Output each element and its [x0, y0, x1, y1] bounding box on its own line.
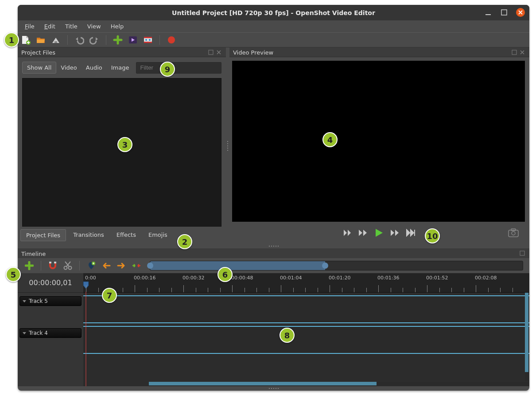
prev-marker-button[interactable] [101, 260, 112, 271]
menu-file[interactable]: File [20, 21, 39, 31]
annotation-badge: 10 [425, 228, 440, 243]
timeline-panel: Timeline [18, 248, 529, 391]
profile-button[interactable] [128, 35, 138, 45]
menu-view[interactable]: View [83, 21, 105, 31]
horizontal-splitter[interactable] [18, 386, 529, 391]
zoom-slider[interactable] [150, 261, 523, 271]
ruler-label: 0:00 [85, 275, 96, 281]
vertical-splitter[interactable] [226, 47, 229, 244]
timeline-vscrollbar[interactable] [525, 293, 528, 381]
filter-show-all[interactable]: Show All [22, 62, 56, 74]
svg-rect-11 [209, 50, 213, 55]
menu-title[interactable]: Title [61, 21, 82, 31]
tab-emojis[interactable]: Emojis [143, 229, 173, 241]
timeline-tracks[interactable]: 0:0000:00:1600:00:3200:00:4800:01:0400:0… [83, 273, 529, 386]
minimize-button[interactable] [484, 8, 492, 16]
svg-rect-16 [520, 251, 524, 255]
maximize-button[interactable] [500, 8, 508, 16]
export-video-button[interactable] [143, 35, 153, 45]
svg-rect-17 [49, 262, 51, 263]
menu-help[interactable]: Help [106, 21, 128, 31]
new-project-button[interactable] [20, 35, 31, 45]
svg-point-20 [69, 267, 72, 270]
window-controls [484, 8, 525, 17]
ruler-label: 00:02:08 [475, 275, 497, 281]
center-playhead-button[interactable] [131, 260, 142, 271]
timeline-ruler[interactable]: 0:0000:00:1600:00:3200:00:4800:01:0400:0… [83, 273, 529, 293]
svg-point-8 [145, 39, 147, 41]
ruler-label: 00:01:36 [377, 275, 399, 281]
ruler-label: 00:01:04 [280, 275, 302, 281]
video-preview-panel: Video Preview [229, 47, 529, 244]
jump-start-button[interactable] [342, 229, 352, 237]
track-row[interactable] [83, 295, 529, 323]
timeline-hscrollbar[interactable] [149, 382, 528, 385]
tab-effects[interactable]: Effects [111, 229, 141, 241]
track-name: Track 5 [29, 298, 48, 304]
timeline-gutter: 00:00:00,01 Track 5 Track 4 [18, 273, 83, 386]
svg-rect-15 [511, 229, 516, 231]
svg-rect-0 [485, 14, 491, 15]
toolbar-separator [79, 261, 80, 271]
import-files-button[interactable] [113, 35, 123, 45]
project-files-header: Project Files [18, 47, 226, 57]
jump-end-button[interactable] [406, 229, 416, 237]
undock-icon[interactable] [512, 50, 518, 56]
close-button[interactable] [516, 8, 525, 17]
zoom-handle-left[interactable] [147, 263, 153, 269]
rewind-button[interactable] [358, 229, 368, 237]
annotation-badge: 3 [117, 137, 132, 152]
video-preview-header: Video Preview [229, 47, 529, 57]
undo-button[interactable] [74, 35, 85, 45]
svg-point-9 [149, 39, 151, 41]
chevron-down-icon [23, 300, 26, 302]
close-panel-icon[interactable] [520, 50, 526, 56]
snapshot-button[interactable] [508, 228, 519, 237]
snap-button[interactable] [47, 260, 58, 271]
add-marker-button[interactable] [86, 260, 97, 271]
save-project-button[interactable] [50, 35, 61, 45]
project-files-list[interactable] [22, 78, 221, 227]
svg-rect-1 [501, 10, 507, 15]
project-files-filters: Show All Video Audio Image [22, 62, 221, 74]
timeline-header: Timeline [18, 248, 529, 258]
main-toolbar [18, 32, 529, 47]
svg-point-19 [64, 267, 67, 270]
track-name: Track 4 [29, 330, 48, 336]
menu-edit[interactable]: Edit [40, 21, 60, 31]
svg-rect-18 [54, 262, 56, 263]
filter-image[interactable]: Image [107, 62, 134, 73]
annotation-badge: 5 [6, 267, 21, 282]
track-label[interactable]: Track 5 [19, 296, 82, 306]
record-button[interactable] [166, 35, 177, 45]
play-button[interactable] [374, 228, 384, 238]
tab-transitions[interactable]: Transitions [68, 229, 109, 241]
ruler-label: 00:01:20 [329, 275, 350, 281]
next-marker-button[interactable] [116, 260, 127, 271]
filter-audio[interactable]: Audio [82, 62, 107, 73]
redo-button[interactable] [89, 35, 100, 45]
toolbar-separator [159, 35, 160, 45]
content-area: Project Files Show All Video Audio Image [18, 47, 529, 391]
timeline-toolbar [18, 258, 529, 273]
undock-icon[interactable] [208, 50, 214, 56]
playhead-line [86, 292, 86, 386]
video-preview-canvas[interactable] [232, 61, 525, 222]
undock-icon[interactable] [520, 251, 526, 257]
ruler-label: 00:00:32 [183, 275, 204, 281]
close-panel-icon[interactable] [216, 50, 222, 56]
svg-rect-12 [512, 50, 516, 55]
filter-input[interactable] [136, 62, 221, 74]
fast-forward-button[interactable] [390, 229, 400, 237]
horizontal-splitter[interactable] [18, 244, 529, 248]
tab-project-files[interactable]: Project Files [20, 229, 66, 241]
svg-point-10 [168, 36, 175, 43]
zoom-handle-right[interactable] [322, 263, 328, 269]
track-label[interactable]: Track 4 [19, 328, 82, 338]
open-project-button[interactable] [35, 35, 46, 45]
add-track-button[interactable] [24, 260, 35, 271]
track-row[interactable] [83, 326, 529, 354]
razor-button[interactable] [62, 260, 73, 271]
filter-video[interactable]: Video [56, 62, 81, 73]
project-files-title: Project Files [21, 49, 55, 56]
